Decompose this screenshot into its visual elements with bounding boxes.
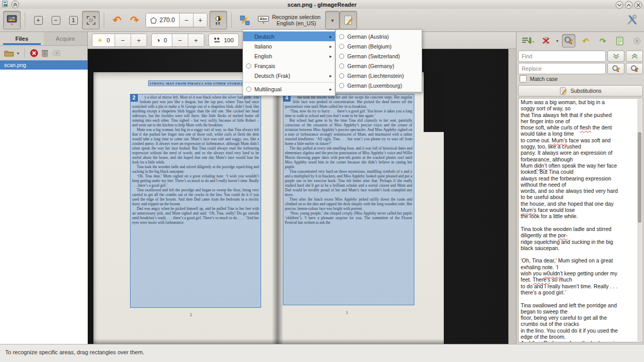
redo-button[interactable]: ↷ <box>596 34 609 47</box>
rotation-decrease-button[interactable]: − <box>179 13 193 27</box>
radio-icon <box>246 87 251 92</box>
rotation-increase-button[interactable]: + <box>193 13 207 27</box>
find-replace-toggle[interactable] <box>562 34 575 47</box>
shade-window-button[interactable] <box>11 1 19 8</box>
minimize-button[interactable] <box>616 1 623 9</box>
find-input[interactable] <box>518 51 606 62</box>
menu-item-deutsch-frak[interactable]: Deutsch (Frak)▸ <box>243 71 335 80</box>
brightness-increase-button[interactable]: + <box>131 34 147 46</box>
left-page-number: 2 <box>190 312 192 317</box>
submenu-item-german-switzerland[interactable]: German (Switzerland) <box>336 51 422 61</box>
menu-item-label: Multilingual <box>254 86 329 92</box>
recognize-dropdown-button[interactable]: ▾ <box>325 11 340 29</box>
recognize-language: English (en_US) <box>272 20 320 26</box>
toolbar-separator <box>24 48 25 58</box>
rotate-right-icon: ↷ <box>131 15 139 25</box>
submenu-item-german-liechtenstein[interactable]: German (Liechtenstein) <box>336 71 422 80</box>
find-next-button[interactable] <box>607 51 624 62</box>
output-pane-toggle[interactable] <box>340 11 357 29</box>
insert-mode-button[interactable]: ⌄ <box>521 34 536 47</box>
scrollbar-thumb[interactable] <box>638 132 641 223</box>
zoom-fit-button[interactable] <box>82 11 100 29</box>
rotate-right-button[interactable]: ↷ <box>126 11 143 29</box>
open-folder-button[interactable] <box>4 50 14 57</box>
status-bar: To recognize specific areas, drag rectan… <box>0 344 644 362</box>
brightness-value[interactable]: 0 <box>107 37 110 43</box>
tab-acquire[interactable]: Acquire <box>44 32 88 45</box>
menu-item-label: German (Belgium) <box>347 43 418 50</box>
left-page-text: y a slice of mirror left. Most of it was… <box>131 94 261 225</box>
zoom-original-button[interactable]: 1 <box>65 11 82 29</box>
ocr-text[interactable]: Mum was a big woman, but big in a soggy … <box>521 100 635 342</box>
undo-icon: ↶ <box>583 37 589 45</box>
menu-item-label: German (Austria) <box>347 34 418 40</box>
submenu-item-german-austria[interactable]: German (Austria) <box>336 31 422 41</box>
output-scrollbar[interactable] <box>637 99 642 341</box>
rotation-icon <box>150 17 157 24</box>
book-bottom-shadow <box>93 339 444 344</box>
rotate-left-button[interactable]: ↶ <box>108 11 126 29</box>
open-image-button[interactable] <box>3 11 21 29</box>
substitutions-button[interactable]: Substitutions <box>518 85 643 96</box>
menu-item-label: English <box>254 53 329 59</box>
submenu-item-german-germany[interactable]: German (Germany) <box>336 61 422 71</box>
find-previous-button[interactable] <box>626 51 643 62</box>
find-row <box>518 51 643 62</box>
maximize-button[interactable] <box>625 1 633 9</box>
menu-item-fran-ais[interactable]: Français <box>243 61 335 71</box>
tools-wrench-icon <box>626 14 638 26</box>
menu-item-deutsch[interactable]: Deutsch▸ <box>243 31 335 41</box>
tab-files[interactable]: Files <box>0 32 44 45</box>
brightness-decrease-button[interactable]: − <box>115 34 131 46</box>
undo-button[interactable]: ↶ <box>579 34 592 47</box>
zoom-in-button[interactable]: + <box>29 11 47 29</box>
replace-button[interactable] <box>607 63 624 74</box>
menu-item-label: Deutsch (Frak) <box>254 73 329 79</box>
misspelled-word: didn’t <box>534 163 547 169</box>
resolution-value[interactable]: 100 <box>224 37 234 43</box>
image-controls-toggle[interactable] <box>210 11 227 29</box>
zoom-fit-icon <box>87 16 95 25</box>
ocr-region-header[interactable]: STRONG-MAN FROM PIRAEUS AND OTHER STORIE… <box>148 80 244 86</box>
replace-all-button[interactable] <box>626 63 643 74</box>
save-output-button[interactable] <box>613 34 626 47</box>
clear-files-button[interactable] <box>52 50 60 56</box>
redo-icon: ↷ <box>600 37 606 45</box>
file-row-scan-png[interactable]: scan.png <box>0 60 88 70</box>
submenu-item-german-luxembourg[interactable]: German (Luxembourg) <box>336 80 422 90</box>
radio-icon <box>339 83 344 88</box>
contrast-decrease-button[interactable]: − <box>172 34 188 46</box>
clear-output-button[interactable] <box>630 34 643 47</box>
window-title: scan.png - gImageReader <box>0 2 644 8</box>
replace-input[interactable] <box>518 63 606 74</box>
output-dropdown[interactable]: ▾ <box>556 39 558 43</box>
zoom-out-button[interactable]: − <box>47 11 65 29</box>
menu-item-italiano[interactable]: Italiano▸ <box>243 41 335 51</box>
output-panel: ⌄ ▾ ↶ ↷ M <box>516 32 644 344</box>
contrast-increase-button[interactable]: + <box>188 34 204 46</box>
contrast-value[interactable]: 0 <box>164 37 167 43</box>
strip-linebreaks-button[interactable] <box>539 34 553 47</box>
submenu-arrow-icon: ▸ <box>329 54 332 59</box>
ocr-region-4[interactable]: 4 ina took the broom with her and she sw… <box>283 94 414 305</box>
menu-item-label: German (Liechtenstein) <box>347 73 418 79</box>
submenu-item-german-belgium[interactable]: German (Belgium) <box>336 41 422 51</box>
submenu-arrow-icon: ▸ <box>329 34 332 39</box>
misspelled-word: Mum’s <box>552 138 567 143</box>
remove-file-button[interactable] <box>30 49 38 57</box>
brightness-icon: ☀ <box>97 37 103 44</box>
ocr-region-2[interactable]: 2 y a slice of mirror left. Most of it w… <box>130 94 261 308</box>
settings-button[interactable] <box>623 11 641 29</box>
match-case-checkbox[interactable] <box>520 75 527 83</box>
delete-file-button[interactable] <box>41 49 49 57</box>
close-button[interactable] <box>634 1 642 9</box>
open-folder-dropdown[interactable]: ▾ <box>17 51 19 56</box>
menu-item-multilingual[interactable]: Multilingual▸ <box>243 84 335 94</box>
recognize-button[interactable]: Abc ▾ Recognize selection English (en_US… <box>253 10 325 30</box>
contrast-icon: ◑ <box>156 37 160 43</box>
radio-icon <box>339 54 344 59</box>
canvas-scrollbar[interactable] <box>508 49 516 344</box>
auto-layout-button[interactable] <box>236 11 253 29</box>
rotation-value[interactable]: 270.0 <box>159 17 175 24</box>
menu-item-english[interactable]: English▸ <box>243 51 335 61</box>
